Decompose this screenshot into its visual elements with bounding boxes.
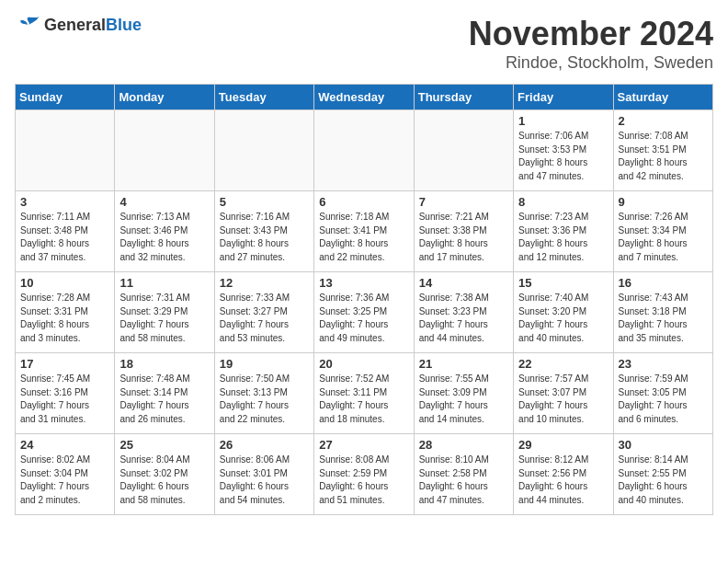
- calendar-cell: 22Sunrise: 7:57 AM Sunset: 3:07 PM Dayli…: [514, 353, 613, 434]
- location-title: Rindoe, Stockholm, Sweden: [469, 53, 713, 73]
- day-number: 21: [419, 357, 508, 371]
- calendar-cell: [214, 110, 313, 191]
- day-number: 24: [20, 438, 109, 452]
- day-info: Sunrise: 7:23 AM Sunset: 3:36 PM Dayligh…: [518, 211, 608, 264]
- calendar-cell: 14Sunrise: 7:38 AM Sunset: 3:23 PM Dayli…: [414, 272, 513, 353]
- calendar-cell: 28Sunrise: 8:10 AM Sunset: 2:58 PM Dayli…: [414, 434, 513, 515]
- day-number: 10: [20, 276, 109, 290]
- day-info: Sunrise: 8:08 AM Sunset: 2:59 PM Dayligh…: [319, 454, 408, 507]
- day-info: Sunrise: 7:59 AM Sunset: 3:05 PM Dayligh…: [619, 373, 708, 426]
- weekday-header-friday: Friday: [514, 85, 613, 110]
- calendar-cell: [414, 110, 513, 191]
- day-info: Sunrise: 7:48 AM Sunset: 3:14 PM Dayligh…: [119, 373, 209, 426]
- day-info: Sunrise: 7:43 AM Sunset: 3:18 PM Dayligh…: [619, 292, 708, 345]
- day-number: 8: [518, 195, 608, 209]
- weekday-header-thursday: Thursday: [414, 85, 513, 110]
- day-number: 14: [419, 276, 508, 290]
- month-title: November 2024: [469, 15, 713, 53]
- calendar-cell: [115, 110, 214, 191]
- logo: GeneralBlue: [15, 15, 142, 35]
- day-info: Sunrise: 7:50 AM Sunset: 3:13 PM Dayligh…: [220, 373, 309, 426]
- day-number: 26: [220, 438, 309, 452]
- calendar-cell: 11Sunrise: 7:31 AM Sunset: 3:29 PM Dayli…: [115, 272, 214, 353]
- calendar-cell: 25Sunrise: 8:04 AM Sunset: 3:02 PM Dayli…: [115, 434, 214, 515]
- day-info: Sunrise: 7:08 AM Sunset: 3:51 PM Dayligh…: [619, 130, 708, 183]
- day-info: Sunrise: 7:18 AM Sunset: 3:41 PM Dayligh…: [319, 211, 408, 264]
- calendar-cell: 5Sunrise: 7:16 AM Sunset: 3:43 PM Daylig…: [214, 191, 313, 272]
- calendar-cell: 8Sunrise: 7:23 AM Sunset: 3:36 PM Daylig…: [514, 191, 613, 272]
- day-info: Sunrise: 8:14 AM Sunset: 2:55 PM Dayligh…: [619, 454, 708, 507]
- calendar-cell: 2Sunrise: 7:08 AM Sunset: 3:51 PM Daylig…: [613, 110, 712, 191]
- day-number: 13: [319, 276, 408, 290]
- day-number: 22: [518, 357, 608, 371]
- day-info: Sunrise: 7:45 AM Sunset: 3:16 PM Dayligh…: [20, 373, 109, 426]
- day-info: Sunrise: 7:21 AM Sunset: 3:38 PM Dayligh…: [419, 211, 508, 264]
- weekday-header-sunday: Sunday: [16, 85, 115, 110]
- calendar-cell: 30Sunrise: 8:14 AM Sunset: 2:55 PM Dayli…: [613, 434, 712, 515]
- day-number: 2: [619, 114, 708, 128]
- calendar-cell: 1Sunrise: 7:06 AM Sunset: 3:53 PM Daylig…: [514, 110, 613, 191]
- day-info: Sunrise: 7:16 AM Sunset: 3:43 PM Dayligh…: [220, 211, 309, 264]
- day-number: 4: [119, 195, 209, 209]
- day-number: 9: [619, 195, 708, 209]
- calendar-cell: 7Sunrise: 7:21 AM Sunset: 3:38 PM Daylig…: [414, 191, 513, 272]
- day-info: Sunrise: 7:33 AM Sunset: 3:27 PM Dayligh…: [220, 292, 309, 345]
- day-info: Sunrise: 7:36 AM Sunset: 3:25 PM Dayligh…: [319, 292, 408, 345]
- day-number: 17: [20, 357, 109, 371]
- day-number: 12: [220, 276, 309, 290]
- day-number: 27: [319, 438, 408, 452]
- weekday-header-saturday: Saturday: [613, 85, 712, 110]
- day-number: 15: [518, 276, 608, 290]
- calendar-cell: 6Sunrise: 7:18 AM Sunset: 3:41 PM Daylig…: [314, 191, 414, 272]
- day-info: Sunrise: 8:06 AM Sunset: 3:01 PM Dayligh…: [220, 454, 309, 507]
- day-number: 5: [220, 195, 309, 209]
- calendar-cell: 17Sunrise: 7:45 AM Sunset: 3:16 PM Dayli…: [16, 353, 115, 434]
- day-info: Sunrise: 7:11 AM Sunset: 3:48 PM Dayligh…: [20, 211, 109, 264]
- calendar-cell: 13Sunrise: 7:36 AM Sunset: 3:25 PM Dayli…: [314, 272, 414, 353]
- calendar-table: SundayMondayTuesdayWednesdayThursdayFrid…: [15, 84, 713, 515]
- day-number: 19: [220, 357, 309, 371]
- weekday-header-wednesday: Wednesday: [314, 85, 414, 110]
- calendar-cell: 9Sunrise: 7:26 AM Sunset: 3:34 PM Daylig…: [613, 191, 712, 272]
- calendar-cell: 27Sunrise: 8:08 AM Sunset: 2:59 PM Dayli…: [314, 434, 414, 515]
- day-number: 7: [419, 195, 508, 209]
- day-info: Sunrise: 8:12 AM Sunset: 2:56 PM Dayligh…: [518, 454, 608, 507]
- day-number: 25: [119, 438, 209, 452]
- day-info: Sunrise: 7:52 AM Sunset: 3:11 PM Dayligh…: [319, 373, 408, 426]
- day-info: Sunrise: 7:40 AM Sunset: 3:20 PM Dayligh…: [518, 292, 608, 345]
- day-info: Sunrise: 8:02 AM Sunset: 3:04 PM Dayligh…: [20, 454, 109, 507]
- day-info: Sunrise: 7:55 AM Sunset: 3:09 PM Dayligh…: [419, 373, 508, 426]
- calendar-cell: 10Sunrise: 7:28 AM Sunset: 3:31 PM Dayli…: [16, 272, 115, 353]
- day-info: Sunrise: 8:10 AM Sunset: 2:58 PM Dayligh…: [419, 454, 508, 507]
- calendar-cell: 4Sunrise: 7:13 AM Sunset: 3:46 PM Daylig…: [115, 191, 214, 272]
- day-number: 18: [119, 357, 209, 371]
- calendar-cell: 24Sunrise: 8:02 AM Sunset: 3:04 PM Dayli…: [16, 434, 115, 515]
- day-info: Sunrise: 7:06 AM Sunset: 3:53 PM Dayligh…: [518, 130, 608, 183]
- day-number: 29: [518, 438, 608, 452]
- day-info: Sunrise: 8:04 AM Sunset: 3:02 PM Dayligh…: [119, 454, 209, 507]
- calendar-cell: 3Sunrise: 7:11 AM Sunset: 3:48 PM Daylig…: [16, 191, 115, 272]
- calendar-cell: 26Sunrise: 8:06 AM Sunset: 3:01 PM Dayli…: [214, 434, 313, 515]
- day-number: 20: [319, 357, 408, 371]
- calendar-cell: 23Sunrise: 7:59 AM Sunset: 3:05 PM Dayli…: [613, 353, 712, 434]
- logo-icon: [15, 15, 40, 35]
- day-number: 23: [619, 357, 708, 371]
- logo-general-text: General: [44, 16, 106, 34]
- title-block: November 2024 Rindoe, Stockholm, Sweden: [469, 15, 713, 73]
- day-info: Sunrise: 7:57 AM Sunset: 3:07 PM Dayligh…: [518, 373, 608, 426]
- calendar-cell: 18Sunrise: 7:48 AM Sunset: 3:14 PM Dayli…: [115, 353, 214, 434]
- weekday-header-tuesday: Tuesday: [214, 85, 313, 110]
- calendar-cell: 20Sunrise: 7:52 AM Sunset: 3:11 PM Dayli…: [314, 353, 414, 434]
- day-info: Sunrise: 7:31 AM Sunset: 3:29 PM Dayligh…: [119, 292, 209, 345]
- day-info: Sunrise: 7:28 AM Sunset: 3:31 PM Dayligh…: [20, 292, 109, 345]
- day-number: 1: [518, 114, 608, 128]
- calendar-cell: [314, 110, 414, 191]
- day-info: Sunrise: 7:38 AM Sunset: 3:23 PM Dayligh…: [419, 292, 508, 345]
- calendar-cell: 15Sunrise: 7:40 AM Sunset: 3:20 PM Dayli…: [514, 272, 613, 353]
- day-info: Sunrise: 7:26 AM Sunset: 3:34 PM Dayligh…: [619, 211, 708, 264]
- calendar-cell: 21Sunrise: 7:55 AM Sunset: 3:09 PM Dayli…: [414, 353, 513, 434]
- calendar-cell: 19Sunrise: 7:50 AM Sunset: 3:13 PM Dayli…: [214, 353, 313, 434]
- calendar-cell: 12Sunrise: 7:33 AM Sunset: 3:27 PM Dayli…: [214, 272, 313, 353]
- day-number: 3: [20, 195, 109, 209]
- day-number: 28: [419, 438, 508, 452]
